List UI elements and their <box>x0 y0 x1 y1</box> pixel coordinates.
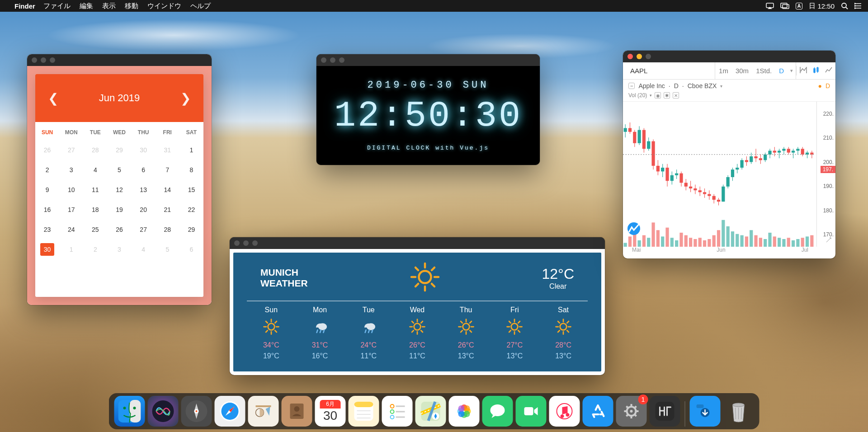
menu-item[interactable]: 表示 <box>102 2 116 9</box>
calendar-day-cell[interactable]: 4 <box>83 160 107 180</box>
menubar-clock[interactable]: 日 12:50 <box>809 2 835 10</box>
zoom-icon[interactable] <box>252 240 258 246</box>
menu-item[interactable]: ファイル <box>43 2 71 9</box>
calendar-day-cell[interactable]: 30 <box>132 140 156 160</box>
dock-contacts-icon[interactable] <box>282 396 312 427</box>
close-icon[interactable] <box>32 57 37 63</box>
tradingview-logo-icon[interactable] <box>627 222 640 235</box>
line-chart-icon[interactable] <box>825 66 833 75</box>
timeframe-button[interactable]: 30m <box>732 67 752 75</box>
calendar-day-cell[interactable]: 18 <box>83 200 107 220</box>
calendar-titlebar[interactable] <box>27 54 212 66</box>
zoom-icon[interactable] <box>50 57 55 63</box>
chevron-down-icon[interactable]: ▾ <box>720 84 722 89</box>
zoom-icon[interactable] <box>646 54 651 59</box>
menu-item[interactable]: ウインドウ <box>147 2 181 9</box>
calendar-day-cell[interactable]: 28 <box>83 140 107 160</box>
dock-mail-icon[interactable] <box>248 396 279 427</box>
stock-titlebar[interactable] <box>623 51 835 62</box>
calendar-day-cell[interactable]: 19 <box>107 200 131 220</box>
calendar-day-cell[interactable]: 22 <box>179 200 203 220</box>
calendar-day-cell[interactable]: 6 <box>132 160 156 180</box>
dock-reminders-icon[interactable] <box>382 396 413 427</box>
calendar-day-cell[interactable]: 29 <box>179 220 203 239</box>
indicators-icon[interactable] <box>799 66 807 75</box>
calendar-day-cell[interactable]: 2 <box>83 239 107 259</box>
minimize-icon[interactable] <box>330 57 335 63</box>
calendar-day-cell[interactable]: 1 <box>59 239 83 259</box>
calendar-day-cell[interactable]: 11 <box>83 180 107 200</box>
calendar-day-cell[interactable]: 4 <box>132 239 156 259</box>
menu-item[interactable]: 編集 <box>80 2 93 9</box>
calendar-day-cell[interactable]: 13 <box>132 180 156 200</box>
price-chart[interactable]: 220.210.200.190.180.170.197. <box>623 101 835 247</box>
dock-photos-icon[interactable] <box>449 396 480 427</box>
calendar-day-cell[interactable]: 10 <box>59 180 83 200</box>
calendar-day-cell[interactable]: 5 <box>107 160 131 180</box>
calendar-day-cell[interactable]: 5 <box>156 239 179 259</box>
prev-month-button[interactable]: ❮ <box>48 91 58 106</box>
dock-finder-icon[interactable] <box>114 396 145 427</box>
screen-mirror-icon[interactable] <box>780 3 789 9</box>
menu-item[interactable]: ヘルプ <box>190 2 211 9</box>
calendar-day-cell[interactable]: 21 <box>156 200 179 220</box>
chevron-down-icon[interactable]: ▾ <box>650 93 652 98</box>
zoom-icon[interactable] <box>339 57 344 63</box>
calendar-day-cell[interactable]: 12 <box>107 180 131 200</box>
collapse-icon[interactable]: − <box>628 83 635 89</box>
timeframe-button[interactable]: 1m <box>715 67 732 75</box>
calendar-day-cell[interactable]: 20 <box>132 200 156 220</box>
dock-trash-icon[interactable] <box>723 396 754 427</box>
calendar-day-cell[interactable]: 3 <box>107 239 131 259</box>
input-source-indicator[interactable]: A <box>796 3 803 9</box>
calendar-day-cell[interactable]: 15 <box>179 180 203 200</box>
minimize-icon[interactable] <box>243 240 249 246</box>
calendar-day-cell[interactable]: 27 <box>59 140 83 160</box>
dock-downloads-icon[interactable] <box>690 396 721 427</box>
calendar-day-cell[interactable]: 1 <box>179 140 203 160</box>
visibility-icon[interactable]: ◉ <box>655 92 661 99</box>
calendar-day-cell[interactable]: 7 <box>156 160 179 180</box>
timeframe-button[interactable]: 1Std. <box>752 67 775 75</box>
calendar-day-cell[interactable]: 2 <box>35 160 59 180</box>
calendar-day-cell[interactable]: 27 <box>132 220 156 239</box>
symbol-input[interactable]: AAPL <box>623 62 715 79</box>
calendar-day-cell[interactable]: 31 <box>156 140 179 160</box>
timeframe-button[interactable]: D <box>775 67 788 75</box>
weather-titlebar[interactable] <box>230 237 605 249</box>
calendar-day-cell[interactable]: 14 <box>156 180 179 200</box>
calendar-day-cell[interactable]: 28 <box>156 220 179 239</box>
calendar-day-cell[interactable]: 26 <box>107 220 131 239</box>
calendar-day-cell[interactable]: 6 <box>179 239 203 259</box>
chart-settings-icon[interactable] <box>826 237 832 245</box>
menubar-app-name[interactable]: Finder <box>14 2 35 10</box>
minimize-icon[interactable] <box>41 57 46 63</box>
close-icon[interactable] <box>321 57 326 63</box>
dock-notes-icon[interactable] <box>349 396 379 427</box>
close-icon[interactable] <box>234 240 240 246</box>
airplay-icon[interactable] <box>766 3 774 9</box>
spotlight-icon[interactable] <box>841 2 848 9</box>
settings-icon[interactable]: ✱ <box>664 92 670 99</box>
calendar-day-cell[interactable]: 25 <box>83 220 107 239</box>
notification-center-icon[interactable] <box>854 3 862 9</box>
dock-launchpad-icon[interactable] <box>181 396 212 427</box>
delete-icon[interactable]: ✕ <box>673 92 679 99</box>
dock-messages-icon[interactable] <box>482 396 513 427</box>
dock-siri-icon[interactable] <box>148 396 179 427</box>
next-month-button[interactable]: ❯ <box>180 91 191 106</box>
dock-maps-icon[interactable] <box>415 396 446 427</box>
dock-preferences-icon[interactable]: 1 <box>616 396 647 427</box>
calendar-day-cell[interactable]: 26 <box>35 140 59 160</box>
calendar-day-cell[interactable]: 17 <box>59 200 83 220</box>
calendar-day-cell[interactable]: 9 <box>35 180 59 200</box>
calendar-day-cell[interactable]: 3 <box>59 160 83 180</box>
calendar-day-cell[interactable]: 24 <box>59 220 83 239</box>
dock-appstore-icon[interactable] <box>583 396 613 427</box>
dock-calendar-icon[interactable]: 6月30 <box>315 396 346 427</box>
close-icon[interactable] <box>627 54 633 59</box>
calendar-day-cell[interactable]: 29 <box>107 140 131 160</box>
calendar-day-cell[interactable]: 23 <box>35 220 59 239</box>
dock-facetime-icon[interactable] <box>516 396 547 427</box>
calendar-day-cell[interactable]: 16 <box>35 200 59 220</box>
